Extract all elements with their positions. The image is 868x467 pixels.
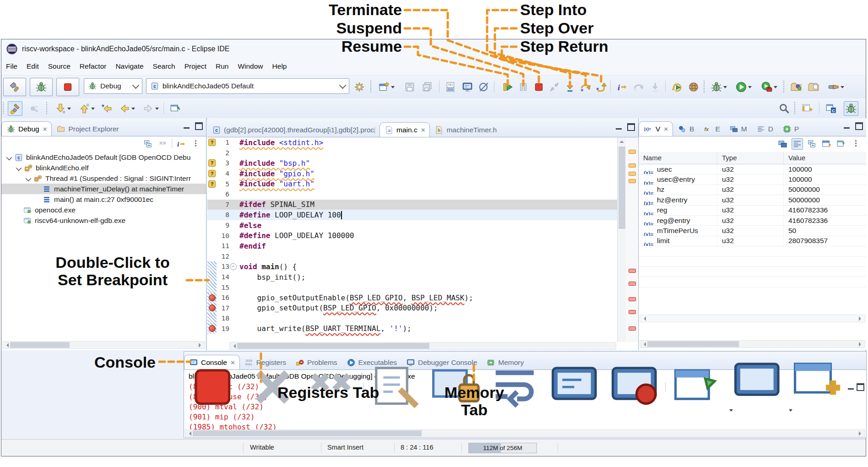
drop-to-frame-button[interactable] xyxy=(648,80,662,94)
editor-tab-machinetimer-h[interactable]: hmachineTimer.h xyxy=(430,123,501,137)
scrollbar-thumb[interactable] xyxy=(193,430,422,436)
display-selected-console-button[interactable] xyxy=(728,354,786,420)
minimize-button[interactable] xyxy=(842,122,851,130)
breakpoint-gutter[interactable] xyxy=(207,200,217,210)
remove-launch-button[interactable] xyxy=(244,358,301,416)
scrollbar-thumb[interactable] xyxy=(647,341,739,347)
c-cpp-perspective-button[interactable]: C xyxy=(824,101,838,116)
scroll-right-icon[interactable] xyxy=(199,343,203,348)
warning-marker[interactable] xyxy=(629,179,636,183)
new-view-button[interactable] xyxy=(821,138,832,150)
restart-button[interactable] xyxy=(670,80,684,94)
variables-tab-m[interactable]: M xyxy=(725,122,752,136)
pin-editor-button[interactable] xyxy=(168,101,183,116)
collapse-all-button[interactable] xyxy=(142,138,154,150)
breakpoint-gutter[interactable] xyxy=(207,230,217,241)
maximize-button[interactable] xyxy=(855,122,863,130)
debug-tab-project-explorer[interactable]: Project Explorer xyxy=(52,122,123,136)
word-wrap-button[interactable] xyxy=(486,358,543,416)
resume-button[interactable] xyxy=(500,80,515,94)
back-button[interactable] xyxy=(116,101,138,116)
terminate-button[interactable] xyxy=(532,80,546,94)
open-element-button[interactable] xyxy=(789,80,803,94)
new-wizard-button[interactable] xyxy=(376,80,397,94)
console-hscrollbar[interactable] xyxy=(185,429,865,437)
variable-row-mTimePerUs[interactable]: (x)=mTimePerUsu3250 xyxy=(639,226,866,236)
variables-tab-e[interactable]: fxE xyxy=(699,122,724,136)
debug-tree-row[interactable]: main() at main.c:27 0xf90001ec xyxy=(1,194,206,205)
stop-button[interactable] xyxy=(56,78,79,96)
debug-tree-row[interactable]: blinkAndEcho.elf xyxy=(1,163,206,173)
code-line-7[interactable]: 7#ifdef SPINAL_SIM xyxy=(207,200,617,210)
breakpoint-gutter[interactable]: ? xyxy=(207,168,217,179)
remove-all-launches-button[interactable] xyxy=(304,358,361,416)
forward-button[interactable] xyxy=(140,101,162,116)
quick-search-button[interactable] xyxy=(777,101,792,116)
scroll-left-icon[interactable] xyxy=(4,343,9,348)
menu-navigate[interactable]: Navigate xyxy=(111,59,148,71)
variables-tab-v[interactable]: (x)=V× xyxy=(639,121,673,136)
suspend-button[interactable] xyxy=(516,80,531,94)
breakpoint-gutter-highlight[interactable] xyxy=(207,293,217,303)
debug-tree-row[interactable]: cblinkAndEchoJade05 Default [GDB OpenOCD… xyxy=(1,152,206,163)
close-tab-icon[interactable]: × xyxy=(664,125,668,133)
code-line-12[interactable]: 12 xyxy=(207,251,617,262)
debug-tree-row[interactable]: machineTimer_uDelay() at machineTimer xyxy=(1,184,206,194)
save-all-button[interactable] xyxy=(420,80,434,94)
error-marker[interactable] xyxy=(629,326,636,331)
editor-tab--gdb-2-proc-42000-threadgroup-[interactable]: c(gdb[2].proc[42000].threadGroup[i1],gdb… xyxy=(207,123,380,137)
scroll-right-icon[interactable] xyxy=(859,431,863,436)
minimize-button[interactable] xyxy=(182,122,191,130)
debug-panel-hscrollbar[interactable] xyxy=(2,341,205,349)
pin-console-button[interactable] xyxy=(668,358,726,416)
column-header-name[interactable]: Name xyxy=(639,152,717,164)
code-line-19[interactable]: 19 uart_write(BSP_UART_TERMINAL, '!'); xyxy=(207,324,617,334)
breakpoint-gutter-highlight[interactable] xyxy=(207,261,217,272)
breakpoint-gutter[interactable]: ? xyxy=(207,137,217,148)
editor-vscrollbar[interactable] xyxy=(617,137,626,342)
code-line-2[interactable]: 2 xyxy=(207,148,617,158)
maximize-button[interactable] xyxy=(195,122,203,130)
debug-launch-button[interactable] xyxy=(708,80,729,94)
breakpoint-gutter[interactable] xyxy=(207,241,217,251)
scroll-lock-button[interactable] xyxy=(426,358,483,416)
variable-row-reg-entry[interactable]: (x)=reg@entryu324160782336 xyxy=(639,216,866,226)
launch-config-dropdown[interactable]: c blinkAndEchoJade05 Default xyxy=(146,78,349,94)
save-button[interactable] xyxy=(402,80,417,94)
breakpoint-gutter-highlight[interactable] xyxy=(207,313,217,324)
variable-row-hz-entry[interactable]: (x)=hz@entryu3250000000 xyxy=(639,195,866,205)
search-toolbar-button[interactable] xyxy=(825,80,847,94)
code-line-15[interactable]: 15 xyxy=(207,282,617,293)
variables-tab-p[interactable]: P xyxy=(778,122,803,136)
menu-file[interactable]: File xyxy=(1,59,22,71)
close-tab-icon[interactable]: × xyxy=(421,126,425,134)
launch-settings-button[interactable] xyxy=(352,80,367,94)
editor-tab-main-c[interactable]: .cmain.c× xyxy=(380,122,430,137)
debug-tree-row[interactable]: riscv64-unknown-elf-gdb.exe xyxy=(1,215,206,226)
collapse-variables-button[interactable] xyxy=(806,138,818,150)
breakpoint-gutter[interactable] xyxy=(207,210,217,220)
code-line-17[interactable]: 17 gpio_setOutput(BSP_LED_GPIO, 0x000000… xyxy=(207,303,617,314)
scroll-left-icon[interactable] xyxy=(231,344,236,348)
toggle-mark-button[interactable] xyxy=(27,101,42,116)
scroll-right-icon[interactable] xyxy=(859,316,863,321)
variable-row-usec[interactable]: (x)=usecu32100000 xyxy=(639,164,866,174)
close-tab-icon[interactable]: × xyxy=(43,125,47,133)
error-marker[interactable] xyxy=(629,297,636,301)
code-line-4[interactable]: ?4#include "gpio.h" xyxy=(207,168,617,179)
editor-hscrollbar[interactable] xyxy=(229,342,616,350)
column-header-value[interactable]: Value xyxy=(784,152,866,164)
disconnect-button[interactable] xyxy=(547,80,562,94)
menu-refactor[interactable]: Refactor xyxy=(75,59,111,71)
maximize-button[interactable] xyxy=(857,383,864,391)
variables-tab-d[interactable]: D xyxy=(752,122,778,136)
breakpoint-gutter-highlight[interactable] xyxy=(207,303,217,314)
warning-marker[interactable] xyxy=(629,172,636,176)
back-to-button[interactable] xyxy=(99,101,114,116)
debug-button[interactable] xyxy=(30,78,53,96)
maximize-button[interactable] xyxy=(627,123,635,131)
column-header-type[interactable]: Type xyxy=(717,152,784,164)
remove-terminated-button[interactable] xyxy=(157,138,168,150)
menu-window[interactable]: Window xyxy=(233,59,267,71)
code-line-1[interactable]: ?1#include <stdint.h> xyxy=(207,137,617,148)
